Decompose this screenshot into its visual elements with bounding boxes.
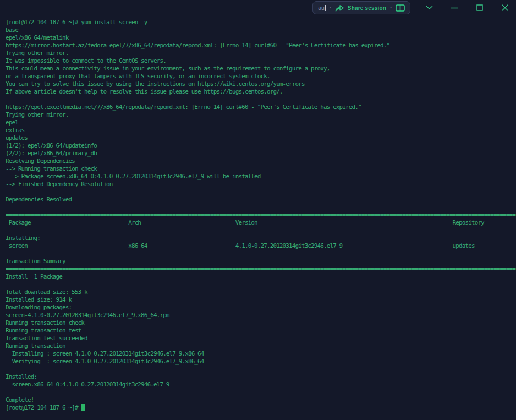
- terminal-line: updates: [6, 134, 516, 142]
- session-name-input[interactable]: au: [318, 4, 326, 11]
- terminal-line: This could mean a connectivity issue in …: [6, 65, 516, 73]
- terminal-line: [root@172-104-187-6 ~]# yum install scre…: [6, 19, 516, 26]
- terminal-line: Installing:: [6, 234, 516, 242]
- terminal-line: screen.x86_64 0:4.1.0-0.27.20120314git3c…: [6, 381, 516, 389]
- terminal-line: screen-4.1.0-0.27.20120314git3c2946.el7_…: [6, 312, 516, 319]
- terminal-line: Running transaction: [6, 342, 516, 350]
- terminal-line: epel: [6, 119, 516, 127]
- terminal-line: Total download size: 553 k: [6, 288, 516, 296]
- terminal-cursor: [81, 404, 85, 411]
- split-pane-icon[interactable]: [396, 4, 405, 12]
- terminal-line: Install 1 Package: [6, 273, 516, 281]
- dot-separator: •: [390, 6, 392, 10]
- share-icon: [335, 4, 344, 12]
- terminal-line: Running transaction test: [6, 327, 516, 335]
- terminal-line: Downloading packages:: [6, 304, 516, 312]
- terminal-line: (2/2): epel/x86_64/primary_db: [6, 150, 516, 157]
- terminal-line: You can try to solve this issue by using…: [6, 80, 516, 88]
- terminal-line: or a transparent proxy that tampers with…: [6, 73, 516, 80]
- dot-separator: •: [330, 6, 331, 10]
- terminal-line: Installed size: 914 k: [6, 296, 516, 304]
- terminal-line: ========================================…: [6, 265, 516, 273]
- maximize-icon[interactable]: [474, 2, 485, 13]
- terminal-line: --> Running transaction check: [6, 165, 516, 173]
- close-icon[interactable]: [499, 2, 510, 13]
- terminal-line: [6, 389, 516, 396]
- terminal-line: ---> Package screen.x86_64 0:4.1.0-0.27.…: [6, 173, 516, 181]
- terminal-line: Verifying : screen-4.1.0-0.27.20120314gi…: [6, 358, 516, 366]
- terminal-line: [6, 96, 516, 103]
- terminal-line: Resolving Dependencies: [6, 157, 516, 165]
- terminal-line: [6, 188, 516, 196]
- terminal-line: Trying other mirror.: [6, 111, 516, 119]
- terminal-line: Installing : screen-4.1.0-0.27.20120314g…: [6, 350, 516, 358]
- terminal-line: Dependencies Resolved: [6, 196, 516, 204]
- terminal-line: [6, 204, 516, 211]
- share-session-label[interactable]: Share session: [348, 5, 386, 11]
- terminal-line: Complete!: [6, 396, 516, 404]
- terminal-line: [root@172-104-187-6 ~]#: [6, 404, 516, 412]
- text-caret: [325, 5, 326, 11]
- session-name-value: au: [318, 4, 325, 11]
- terminal-line: Transaction test succeeded: [6, 335, 516, 342]
- terminal-line: Trying other mirror.: [6, 50, 516, 57]
- share-session-pill[interactable]: au • Share session •: [312, 1, 410, 14]
- terminal-line: ========================================…: [6, 211, 516, 219]
- terminal-line: If above article doesn't help to resolve…: [6, 88, 516, 96]
- terminal-line: [6, 366, 516, 373]
- titlebar: au • Share session •: [0, 0, 516, 15]
- terminal-line: --> Finished Dependency Resolution: [6, 181, 516, 188]
- terminal-line: Installed:: [6, 373, 516, 381]
- terminal-line: ========================================…: [6, 227, 516, 234]
- terminal-line: Transaction Summary: [6, 258, 516, 265]
- chevron-down-icon[interactable]: [424, 2, 435, 13]
- terminal-line: base: [6, 26, 516, 34]
- terminal-line: It was impossible to connect to the Cent…: [6, 57, 516, 65]
- terminal-line: epel/x86_64/metalink: [6, 34, 516, 42]
- terminal-line: [6, 281, 516, 288]
- terminal-line: https://epel.excellmedia.net/7/x86_64/re…: [6, 103, 516, 111]
- terminal-line: Running transaction check: [6, 319, 516, 327]
- terminal-output[interactable]: [root@172-104-187-6 ~]# yum install scre…: [0, 15, 516, 420]
- minimize-icon[interactable]: [449, 2, 460, 13]
- terminal-line: https://mirror.hostart.az/fedora-epel/7/…: [6, 42, 516, 50]
- terminal-line: (1/2): epel/x86_64/updateinfo: [6, 142, 516, 150]
- terminal-line: screen x86_64 4.1.0-0.27.20120314git3c29…: [6, 242, 516, 250]
- terminal-line: extras: [6, 127, 516, 134]
- terminal-line: [6, 250, 516, 258]
- terminal-line: Package Arch Version Repository: [6, 219, 516, 227]
